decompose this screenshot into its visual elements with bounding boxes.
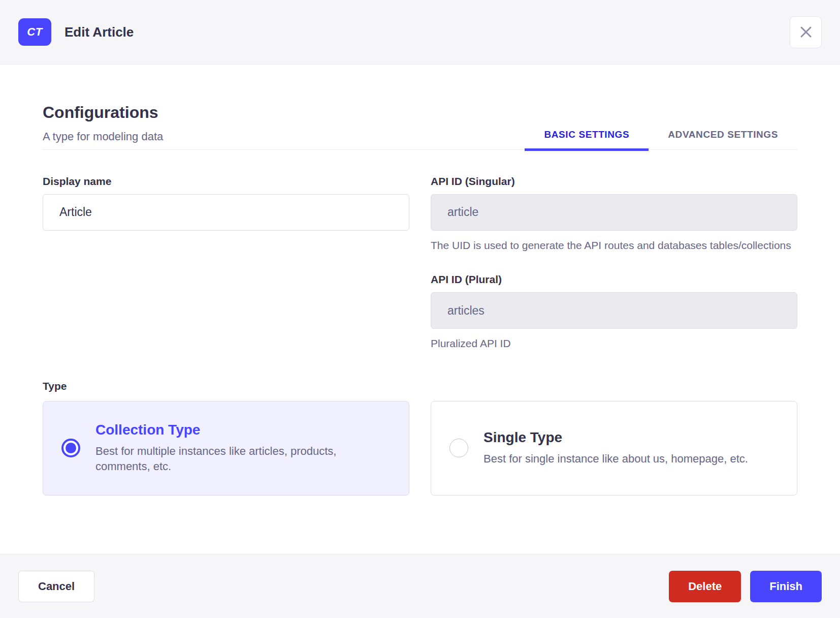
- single-type-text: Single Type Best for single instance lik…: [483, 429, 748, 467]
- content-type-badge: CT: [18, 18, 51, 46]
- page-title: Configurations: [43, 103, 163, 122]
- footer-actions: Delete Finish: [669, 571, 822, 602]
- configuration-form: Display name API ID (Singular) The UID i…: [43, 175, 797, 352]
- api-id-plural-field: API ID (Plural) Pluralized API ID: [431, 273, 797, 351]
- finish-button[interactable]: Finish: [750, 571, 822, 602]
- single-type-description: Best for single instance like about us, …: [483, 451, 748, 467]
- api-id-singular-input: [431, 194, 797, 231]
- single-type-option[interactable]: Single Type Best for single instance lik…: [431, 401, 797, 496]
- content-type-badge-label: CT: [27, 25, 42, 39]
- close-icon: [798, 24, 814, 40]
- intro-titles: Configurations A type for modeling data: [43, 103, 163, 149]
- delete-button[interactable]: Delete: [669, 571, 741, 602]
- form-left-column: Display name: [43, 175, 409, 352]
- type-label: Type: [43, 380, 797, 392]
- form-right-column: API ID (Singular) The UID is used to gen…: [431, 175, 797, 352]
- tab-basic-settings[interactable]: BASIC SETTINGS: [525, 120, 649, 149]
- api-id-singular-hint: The UID is used to generate the API rout…: [431, 238, 797, 253]
- collection-type-radio[interactable]: [61, 439, 80, 457]
- display-name-input[interactable]: [43, 194, 409, 231]
- api-id-singular-label: API ID (Singular): [431, 175, 797, 188]
- intro-row: Configurations A type for modeling data …: [43, 103, 797, 150]
- tab-advanced-settings[interactable]: ADVANCED SETTINGS: [649, 120, 797, 149]
- radio-dot: [66, 443, 76, 453]
- close-button[interactable]: [790, 16, 822, 48]
- single-type-radio[interactable]: [449, 439, 468, 457]
- modal-footer: Cancel Delete Finish: [0, 554, 840, 618]
- api-id-singular-field: API ID (Singular) The UID is used to gen…: [431, 175, 797, 253]
- api-id-plural-hint: Pluralized API ID: [431, 336, 797, 351]
- modal-title: Edit Article: [64, 24, 134, 40]
- single-type-title: Single Type: [483, 429, 748, 446]
- type-section: Type Collection Type Best for multiple i…: [43, 380, 797, 496]
- page-subtitle: A type for modeling data: [43, 130, 163, 149]
- modal-body: Configurations A type for modeling data …: [0, 65, 840, 554]
- display-name-field: Display name: [43, 175, 409, 231]
- collection-type-text: Collection Type Best for multiple instan…: [95, 421, 380, 475]
- collection-type-title: Collection Type: [95, 421, 380, 439]
- modal-header: CT Edit Article: [0, 0, 840, 65]
- settings-tabs: BASIC SETTINGS ADVANCED SETTINGS: [525, 120, 797, 149]
- type-options: Collection Type Best for multiple instan…: [43, 401, 797, 496]
- api-id-plural-input: [431, 292, 797, 329]
- cancel-button[interactable]: Cancel: [18, 571, 94, 602]
- collection-type-option[interactable]: Collection Type Best for multiple instan…: [43, 401, 409, 496]
- collection-type-description: Best for multiple instances like article…: [95, 444, 380, 475]
- api-id-plural-label: API ID (Plural): [431, 273, 797, 286]
- display-name-label: Display name: [43, 175, 409, 188]
